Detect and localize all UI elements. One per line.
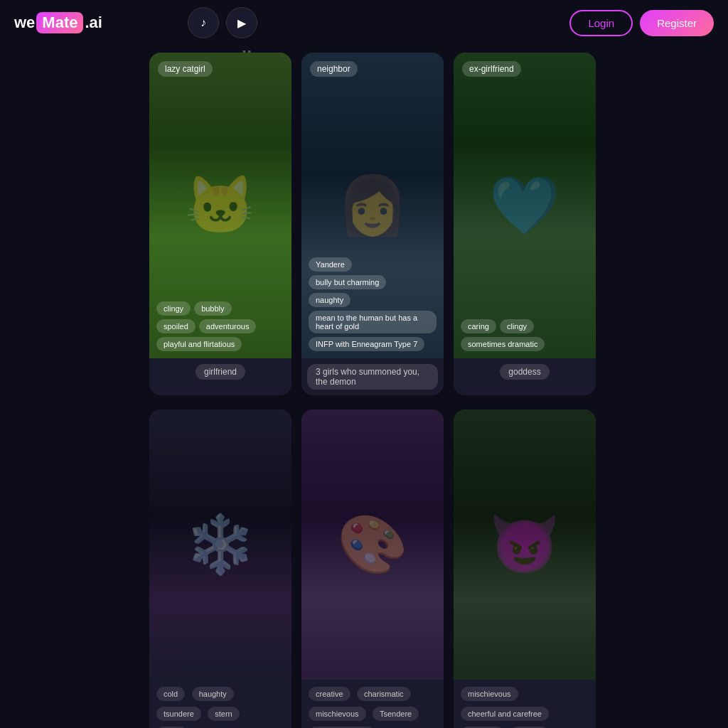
anime-placeholder-3: 💙 — [454, 53, 596, 358]
tag-row-3-2: sometimes dramatic — [461, 337, 589, 351]
logo: weMate.ai — [14, 12, 102, 33]
card-image-3: 💙 ex-girlfriend caring clingy sometimes … — [454, 53, 596, 358]
card-lazy-catgirl[interactable]: 🐱 lazy catgirl clingy bubbly spoiled adv… — [149, 53, 291, 395]
tag-row-2-1: Yandere — [309, 257, 437, 272]
youtube-button[interactable]: ▶ — [226, 7, 257, 38]
register-button[interactable]: Register — [640, 10, 714, 36]
tag-cheerful: cheerful and carefree — [461, 707, 549, 721]
tag-row-5-2: mischievous Tsendere — [309, 707, 437, 723]
bottom-tags-6: mischievous cheerful and carefree arroga… — [454, 680, 596, 728]
card-footer-1: girlfriend — [149, 358, 291, 385]
tag-tsendere: Tsendere — [373, 707, 419, 721]
tag-clingy: clingy — [156, 301, 191, 316]
tag-sometimes-dramatic: sometimes dramatic — [461, 337, 545, 351]
tag-spoiled: spoiled — [156, 319, 196, 333]
tag-haughty: haughty — [192, 687, 234, 701]
tiktok-button[interactable]: ♪ — [188, 7, 219, 38]
tag-row-2-4: mean to the human but has a heart of gol… — [309, 311, 437, 333]
tag-row-2-3: naughty — [309, 293, 437, 307]
anime-placeholder-6: 😈 — [454, 410, 596, 680]
tiktok-icon: ♪ — [200, 16, 206, 29]
tag-row-4-2: tsundere stern — [156, 707, 284, 723]
footer-label-goddess: goddess — [500, 364, 549, 380]
tag-yandere: Yandere — [309, 257, 352, 272]
logo-we: we — [14, 14, 35, 32]
tag-naughty: naughty — [309, 293, 350, 307]
card-label-2: neighbor — [310, 61, 358, 77]
tag-caring: caring — [461, 319, 496, 333]
tag-mischievous-5: mischievous — [309, 707, 366, 721]
tag-row-5-1: creative charismatic — [309, 687, 437, 703]
tag-clingy-3: clingy — [500, 319, 534, 333]
tag-stern: stern — [208, 707, 239, 721]
tag-row-4-1: cold haughty — [156, 687, 284, 703]
tag-row-3-1: caring clingy — [461, 319, 589, 333]
tag-row-6-2: cheerful and carefree — [461, 707, 589, 723]
tag-creative: creative — [309, 687, 350, 701]
social-icons: ♪ ▶ — [188, 7, 257, 38]
card-image-2: 👩 neighbor Yandere bully but charming na… — [301, 53, 444, 358]
card-cold[interactable]: ❄️ cold haughty tsundere stern calm mean… — [149, 410, 291, 728]
card-image-1: 🐱 lazy catgirl clingy bubbly spoiled adv… — [149, 53, 291, 358]
card-label-3: ex-girlfriend — [462, 61, 521, 77]
anime-placeholder-5: 🎨 — [301, 410, 444, 680]
card-creative[interactable]: 🎨 creative charismatic mischievous Tsend… — [301, 410, 444, 728]
tag-bully-charming: bully but charming — [309, 275, 386, 289]
card-mischievous[interactable]: 😈 mischievous cheerful and carefree arro… — [454, 410, 596, 728]
bottom-tags-5: creative charismatic mischievous Tsender… — [301, 680, 444, 728]
tag-infp: INFP with Enneagram Type 7 — [309, 337, 424, 351]
card-image-6: 😈 — [454, 410, 596, 680]
tag-bubbly: bubbly — [194, 301, 231, 316]
card-footer-3: goddess — [454, 358, 596, 385]
footer-label-girlfriend: girlfriend — [196, 364, 245, 380]
login-button[interactable]: Login — [569, 10, 633, 36]
card-ex-girlfriend[interactable]: 💙 ex-girlfriend caring clingy sometimes … — [454, 53, 596, 395]
tag-adventurous: adventurous — [199, 319, 257, 333]
cards-row-1: 🐱 lazy catgirl clingy bubbly spoiled adv… — [0, 53, 728, 395]
tag-playful: playful and flirtatious — [156, 337, 242, 351]
card-tags-1: clingy bubbly spoiled adventurous playfu… — [156, 301, 284, 351]
card-tags-2: Yandere bully but charming naughty mean … — [309, 257, 437, 351]
card-footer-2: 3 girls who summoned you, the demon — [301, 358, 444, 395]
tag-cold: cold — [156, 687, 185, 701]
tag-row-6-1: mischievous — [461, 687, 589, 703]
tag-row-1-3: playful and flirtatious — [156, 337, 284, 351]
cards-row-2: ❄️ cold haughty tsundere stern calm mean… — [0, 410, 728, 728]
footer-label-summoned: 3 girls who summoned you, the demon — [307, 364, 438, 390]
bottom-tags-4: cold haughty tsundere stern calm mean to… — [149, 680, 291, 728]
anime-placeholder-4: ❄️ — [149, 410, 291, 680]
tag-mean-heart: mean to the human but has a heart of gol… — [309, 311, 437, 333]
youtube-icon: ▶ — [237, 16, 246, 30]
card-neighbor[interactable]: 👩 neighbor Yandere bully but charming na… — [301, 53, 444, 395]
card-image-4: ❄️ — [149, 410, 291, 680]
card-tags-3: caring clingy sometimes dramatic — [461, 319, 589, 351]
tag-charismatic: charismatic — [357, 687, 411, 701]
tag-row-2-5: INFP with Enneagram Type 7 — [309, 337, 437, 351]
card-label-1: lazy catgirl — [158, 61, 213, 77]
tag-mischievous-6: mischievous — [461, 687, 518, 701]
tag-row-2-2: bully but charming — [309, 275, 437, 289]
header: weMate.ai ♪ ▶ Login Register — [0, 0, 728, 46]
auth-buttons: Login Register — [569, 10, 714, 36]
tag-tsundere: tsundere — [156, 707, 201, 721]
tag-row-1-2: spoiled adventurous — [156, 319, 284, 333]
card-image-5: 🎨 — [301, 410, 444, 680]
logo-mate: Mate — [36, 12, 83, 33]
tag-row-1-1: clingy bubbly — [156, 301, 284, 316]
logo-ai: .ai — [85, 14, 102, 32]
